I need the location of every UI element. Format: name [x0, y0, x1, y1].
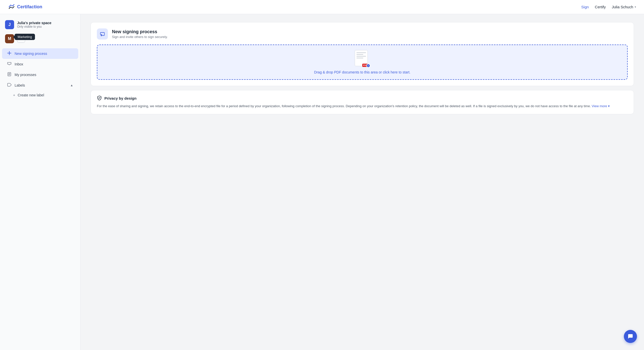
privacy-header: Privacy by design — [97, 95, 628, 101]
chevron-down-icon: ▾ — [635, 6, 636, 8]
workspace-info: Julia's private space Only visible to yo… — [17, 21, 51, 28]
sidebar-nav: New signing process Inbox — [0, 48, 80, 100]
view-more-link[interactable]: View more ▾ — [592, 104, 610, 109]
header: Certifaction Sign Certify Julia Schuch ▾ — [0, 0, 644, 14]
sign-nav-link[interactable]: Sign — [581, 5, 589, 9]
drop-zone[interactable]: PDF + Drag & drop PDF documents to this … — [97, 45, 628, 80]
logo-icon — [8, 4, 15, 11]
sidebar-item-my-processes[interactable]: My processes — [2, 69, 78, 80]
drop-zone-text: Drag & drop PDF documents to this area o… — [314, 70, 411, 74]
workspace-subtitle: Only visible to you — [17, 25, 51, 28]
workspace-row: M Marketing + — [0, 34, 80, 47]
chat-button[interactable] — [624, 330, 637, 343]
card-icon-wrap — [97, 28, 108, 40]
chevron-down-icon: ▾ — [608, 104, 610, 109]
logo-text: Certifaction — [17, 4, 42, 10]
user-name: Julia Schuch — [612, 5, 633, 9]
layout: J Julia's private space Only visible to … — [0, 14, 644, 350]
card-subtitle: Sign and invite others to sign securely. — [112, 35, 168, 39]
main-content: New signing process Sign and invite othe… — [80, 14, 644, 350]
privacy-shield-icon — [97, 95, 102, 101]
sidebar-item-new-signing[interactable]: New signing process — [2, 48, 78, 59]
create-label-plus-icon: + — [13, 93, 15, 97]
sidebar-item-inbox[interactable]: Inbox — [2, 59, 78, 69]
julia-avatar: J — [5, 20, 14, 29]
sidebar-new-signing-label: New signing process — [15, 52, 47, 56]
add-workspace-button[interactable]: + — [17, 35, 25, 43]
my-processes-icon — [7, 72, 12, 77]
header-nav: Sign Certify Julia Schuch ▾ — [581, 5, 636, 9]
sidebar-create-label[interactable]: + Create new label — [2, 91, 78, 100]
logo: Certifaction — [8, 4, 42, 11]
pdf-upload-dot: + — [366, 64, 370, 68]
privacy-card: Privacy by design For the ease of sharin… — [91, 90, 634, 114]
chat-icon — [627, 333, 633, 339]
certify-nav-link[interactable]: Certify — [595, 5, 606, 9]
user-menu[interactable]: Julia Schuch ▾ — [612, 5, 636, 9]
workspace-name: Julia's private space — [17, 21, 51, 25]
sidebar-my-processes-label: My processes — [15, 73, 36, 77]
signing-process-card: New signing process Sign and invite othe… — [91, 22, 634, 86]
sidebar: J Julia's private space Only visible to … — [0, 14, 80, 350]
card-title: New signing process — [112, 29, 168, 34]
new-signing-icon — [7, 51, 12, 56]
sidebar-create-label-text: Create new label — [18, 93, 44, 97]
privacy-title: Privacy by design — [104, 96, 137, 100]
sidebar-labels-header[interactable]: Labels ▲ — [2, 80, 78, 91]
sidebar-labels-label: Labels — [15, 83, 25, 87]
labels-icon — [7, 83, 12, 88]
signing-icon — [99, 31, 105, 37]
inbox-icon — [7, 61, 12, 67]
sidebar-inbox-label: Inbox — [15, 62, 23, 66]
chevron-up-icon: ▲ — [70, 84, 73, 87]
pdf-illustration: PDF + — [355, 50, 370, 67]
workspace-header: J Julia's private space Only visible to … — [0, 20, 80, 34]
card-header: New signing process Sign and invite othe… — [97, 28, 628, 40]
privacy-text: For the ease of sharing and signing, we … — [97, 104, 628, 109]
marketing-avatar[interactable]: M Marketing — [5, 34, 14, 43]
